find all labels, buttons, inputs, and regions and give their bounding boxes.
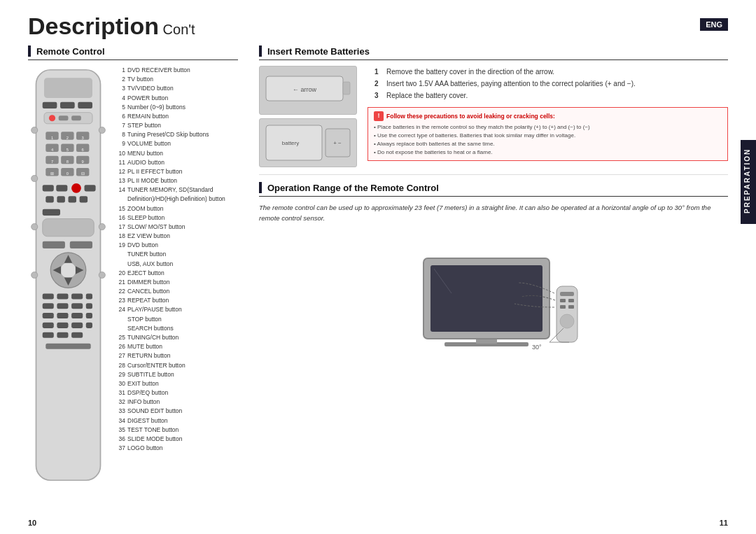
preparation-sidebar: PREPARATION [741,140,756,224]
batteries-header: Insert Remote Batteries [259,45,728,60]
batteries-title: Insert Remote Batteries [267,46,370,57]
svg-rect-48 [57,313,68,318]
svg-text:⊞: ⊞ [50,171,54,176]
list-item: 34DIGEST button [115,416,238,426]
list-item: 15ZOOM button [115,204,238,213]
svg-point-96 [560,314,574,328]
operation-header: Operation Range of the Remote Control [259,182,728,197]
section-bar [28,45,31,57]
svg-rect-25 [46,196,54,202]
list-item: 4POWER button [115,94,238,103]
svg-rect-55 [43,332,54,338]
section-bar-2 [259,45,262,57]
svg-point-64 [99,223,105,230]
warning-item: • Use the correct type of batteries. Bat… [374,132,722,140]
list-item: 5Number (0~9) buttons [115,103,238,112]
svg-rect-22 [56,185,67,191]
tv-image-wrap: 30° [259,230,728,370]
svg-rect-49 [71,313,83,318]
main-content: Remote Control [0,45,756,531]
svg-rect-94 [560,305,566,309]
svg-point-65 [99,272,105,278]
list-item: 27RETURN button [115,351,238,360]
svg-rect-21 [43,185,54,191]
battery-step: 1Remove the battery cover in the directi… [374,66,728,78]
list-item: 23REPEAT button [115,296,238,305]
warning-icon: ! [374,111,384,121]
svg-rect-52 [57,323,68,328]
svg-rect-50 [86,313,92,318]
list-item: 8Tuning Preset/CD Skip buttons [115,130,238,139]
page-number-right: 11 [720,519,728,527]
warning-items: • Place batteries in the remote control … [374,123,722,157]
operation-text: The remote control can be used up to app… [259,202,728,223]
svg-text:⊟: ⊟ [81,171,85,176]
list-item: 31DSP/EQ button [115,388,238,398]
list-item: 3TV/VIDEO button [115,84,238,93]
remote-image: 1 2 3 4 5 6 7 8 9 ⊞ 0 ⊟ [28,66,108,486]
list-item: 25TUNING/CH button [115,333,238,342]
svg-rect-1 [44,78,92,98]
svg-rect-4 [78,102,92,108]
svg-point-62 [31,272,38,278]
svg-text:2: 2 [66,136,69,140]
operation-section: Operation Range of the Remote Control Th… [259,182,728,531]
list-item: 26MUTE button [115,342,238,351]
svg-rect-39 [43,293,54,299]
remote-control-header: Remote Control [28,45,238,60]
svg-text:3: 3 [82,136,84,140]
list-item: 29SUBTITLE button [115,370,238,379]
battery-images: ← arrow battery + − [259,66,357,167]
svg-point-61 [31,223,38,230]
svg-rect-51 [43,323,54,328]
svg-rect-28 [80,196,88,202]
warning-box: ! Follow these precautions to avoid leak… [368,107,728,161]
list-item: 24PLAY/PAUSE button [115,305,238,314]
batteries-section: Insert Remote Batteries ← arrow [259,45,728,175]
page-numbers: 10 11 [0,519,756,527]
list-item: 33SOUND EDIT button [115,407,238,416]
operation-title: Operation Range of the Remote Control [267,183,439,193]
warning-title: ! Follow these precautions to avoid leak… [374,111,722,121]
svg-rect-2 [43,102,57,108]
svg-rect-24 [85,185,96,191]
svg-text:6: 6 [82,148,84,152]
svg-rect-54 [86,323,92,328]
battery-diagram-2: battery + − [262,122,354,164]
list-item: 6REMAIN button [115,112,238,121]
warning-item: • Always replace both batteries at the s… [374,140,722,148]
svg-rect-47 [43,313,54,318]
list-item: USB, AUX button [115,260,238,269]
svg-rect-30 [43,219,94,237]
eng-badge: ENG [700,18,728,31]
svg-rect-29 [43,209,60,216]
battery-diagram-1: ← arrow [262,69,354,111]
svg-text:← arrow: ← arrow [293,86,317,93]
list-item: 13PL II MODE button [115,176,238,185]
list-item: 16SLEEP button [115,213,238,223]
svg-rect-45 [71,303,83,309]
svg-rect-58 [46,344,90,349]
list-item: SEARCH buttons [115,324,238,333]
svg-text:battery: battery [282,140,299,146]
svg-point-63 [99,127,105,133]
battery-step: 3Replace the battery cover. [374,90,728,101]
right-column: Insert Remote Batteries ← arrow [259,45,728,531]
svg-rect-88 [430,265,542,332]
svg-text:9: 9 [82,160,84,164]
svg-rect-44 [57,303,68,309]
battery-steps: 1Remove the battery cover in the directi… [374,66,728,101]
svg-rect-31 [43,241,65,248]
svg-text:8: 8 [66,160,69,164]
svg-text:1: 1 [51,136,53,140]
list-item: 1DVD RECEIVER button [115,66,238,75]
list-item: 2TV button [115,75,238,84]
warning-item: • Place batteries in the remote control … [374,123,722,132]
svg-rect-53 [71,323,83,328]
svg-point-6 [49,115,55,121]
svg-rect-3 [60,102,75,108]
svg-text:7: 7 [51,160,53,164]
svg-rect-91 [560,292,574,296]
page-number-left: 10 [28,519,36,527]
warning-item: • Do not expose the batteries to heat or… [374,148,722,157]
